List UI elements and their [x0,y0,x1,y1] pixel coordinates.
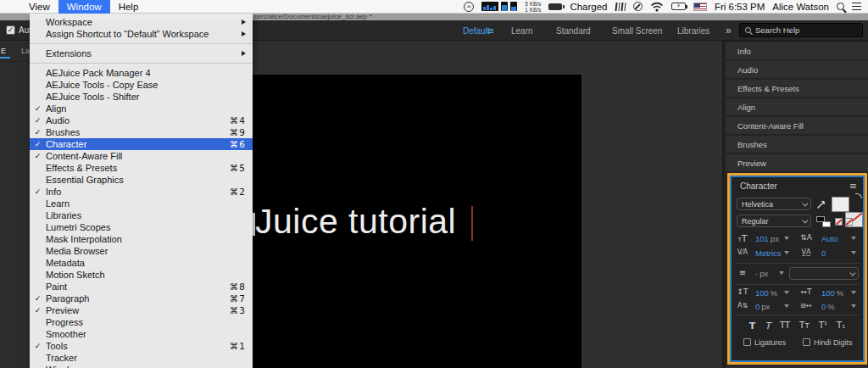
menubar-item-help[interactable]: Help [110,0,147,14]
workspace-tab-small-screen[interactable]: Small Screen [612,26,662,36]
stroke-width-value[interactable]: -px [755,269,768,278]
menu-item-preview[interactable]: ✓Preview⌘3 [30,304,253,316]
stroke-style-dropdown[interactable] [789,267,859,280]
faux-italic-button[interactable]: T [765,321,771,331]
small-caps-button[interactable]: Tᴛ [799,321,810,330]
wifi-icon[interactable] [650,2,664,12]
search-help-box[interactable] [739,23,863,37]
panel-header-preview[interactable]: Preview [726,154,868,171]
swap-fill-stroke-icon[interactable] [855,193,862,198]
menu-item-info[interactable]: ✓Info⌘2 [30,186,253,198]
font-family-dropdown[interactable]: Helvetica [737,198,811,210]
panel-header-audio[interactable]: Audio [726,61,868,78]
battery-status-label[interactable]: Charged [570,2,607,12]
workspace-tab-libraries[interactable]: Libraries [677,26,709,36]
us-flag-input-source-icon[interactable] [693,3,707,11]
spotlight-search-icon[interactable] [837,3,844,10]
leading-dropdown-arrow[interactable] [851,237,856,240]
workspace-menu-icon[interactable]: ≡ [487,25,494,36]
menu-item-libraries[interactable]: Libraries [30,209,253,221]
subscript-button[interactable]: T₁ [837,321,845,330]
font-size-value[interactable]: 101px [755,234,779,243]
tracking-dropdown-arrow[interactable] [851,251,856,254]
menu-item-progress[interactable]: Progress [30,316,253,328]
default-fill-stroke-icon[interactable] [816,216,831,227]
font-size-dropdown-arrow[interactable] [784,237,789,240]
workspace-tab-learn[interactable]: Learn [511,26,533,36]
fill-color-swatch[interactable] [832,197,849,212]
panel-header-align[interactable]: Align [726,98,868,115]
superscript-button[interactable]: T¹ [819,321,827,330]
menu-item-assign-shortcut-to-default-workspace[interactable]: Assign Shortcut to “Default” Workspace [30,28,253,40]
tsume-dropdown-arrow[interactable] [851,304,856,308]
ligatures-checkbox[interactable] [743,338,751,346]
composition-canvas[interactable]: Juice tutorial [253,75,581,368]
menu-item-media-browser[interactable]: Media Browser [30,245,253,257]
kerning-dropdown-arrow[interactable] [784,251,789,254]
panel-header-effects-presets[interactable]: Effects & Presets [726,80,868,97]
menu-item-metadata[interactable]: Metadata [30,257,253,269]
menu-item-smoother[interactable]: Smoother [30,328,253,340]
horizontal-scale-dropdown-arrow[interactable] [851,291,856,294]
menu-item-character[interactable]: ✓Character⌘6 [30,138,253,150]
panel-menu-icon[interactable]: ≡ [849,181,857,192]
no-fill-swatch[interactable] [835,218,843,226]
workspace-tab-standard[interactable]: Standard [556,26,591,36]
workspace-overflow-icon[interactable]: » [726,25,732,36]
all-caps-button[interactable]: TT [780,321,790,330]
menu-item-mask-interpolation[interactable]: Mask Interpolation [30,233,253,245]
menu-item-aejuice-pack-manager-4[interactable]: AEJuice Pack Manager 4 [30,67,253,79]
hindi-digits-checkbox[interactable] [803,338,810,346]
font-style-dropdown[interactable]: Regular [737,215,811,227]
menu-item-brushes[interactable]: ✓Brushes⌘9 [30,126,253,138]
menu-item-tracker[interactable]: Tracker [30,352,253,364]
menu-bar-clock[interactable]: Fri 6:53 PM [715,2,765,12]
menu-item-workspace[interactable]: Workspace [30,16,253,28]
faux-bold-button[interactable]: T [749,321,756,331]
menu-item-wiggler[interactable]: Wiggler [30,364,253,368]
menu-item-audio[interactable]: ✓Audio⌘4 [30,114,253,126]
leading-value[interactable]: Auto [821,234,838,243]
no-stroke-swatch[interactable] [845,218,853,226]
system-stats-icon[interactable] [481,2,517,11]
tsume-value[interactable]: 0% [821,302,835,311]
vertical-scale-value[interactable]: 100% [755,288,777,298]
creative-cloud-icon[interactable]: ∞ [464,2,474,12]
menubar-item-view[interactable]: View [20,0,58,14]
workspace-tab-default[interactable]: Default [463,26,490,36]
tracking-value[interactable]: 0 [821,248,826,258]
baseline-shift-dropdown-arrow[interactable] [784,304,789,308]
menu-item-paint[interactable]: Paint⌘8 [30,281,253,293]
no-color-swatches[interactable] [835,218,853,226]
menu-item-extensions[interactable]: Extensions [30,47,253,59]
menu-item-essential-graphics[interactable]: Essential Graphics [30,174,253,186]
kerning-value[interactable]: Metrics [755,248,782,258]
menu-item-effects-presets[interactable]: Effects & Presets⌘5 [30,162,253,174]
battery-icon[interactable]: ⚡ [671,3,686,10]
menubar-item-window[interactable]: Window [58,0,110,14]
baseline-shift-value[interactable]: 0px [755,302,770,311]
menu-item-aejuice-tools-copy-ease[interactable]: AEJuice Tools - Copy Ease [30,79,253,91]
stroke-width-dropdown-arrow[interactable] [779,271,784,275]
panel-header-brushes[interactable]: Brushes [726,136,868,153]
menu-item-aejuice-tools-shifter[interactable]: AEJuice Tools - Shifter [30,91,253,103]
vertical-scale-dropdown-arrow[interactable] [784,291,789,294]
menu-item-motion-sketch[interactable]: Motion Sketch [30,269,253,281]
menu-item-lumetri-scopes[interactable]: Lumetri Scopes [30,221,253,233]
horizontal-scale-value[interactable]: 100% [821,288,843,298]
battery-charging-icon[interactable] [548,3,562,10]
menu-item-tools[interactable]: ✓Tools⌘1 [30,340,253,352]
eyedropper-icon[interactable] [816,198,827,209]
bars-menu-icon[interactable] [615,3,626,11]
user-name[interactable]: Alice Watson [772,2,829,12]
menu-item-learn[interactable]: Learn [30,198,253,209]
search-help-input[interactable] [755,25,857,35]
notification-center-icon[interactable] [852,3,861,11]
network-speed-indicator[interactable]: 5 KB/s 1 KB/s [525,1,541,13]
menu-item-align[interactable]: ✓Align [30,103,253,114]
menu-item-paragraph[interactable]: ✓Paragraph⌘7 [30,293,253,304]
do-not-disturb-icon[interactable] [633,2,643,11]
panel-header-content-aware-fill[interactable]: Content-Aware Fill [726,117,868,134]
menu-item-content-aware-fill[interactable]: ✓Content-Aware Fill [30,150,253,162]
panel-header-info[interactable]: Info [726,42,868,59]
